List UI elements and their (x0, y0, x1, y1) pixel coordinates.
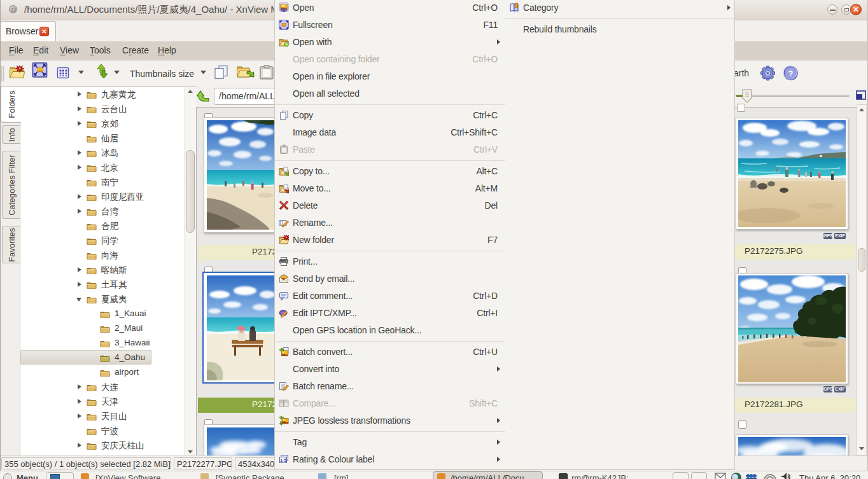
svg-text:?: ? (285, 43, 288, 47)
svg-text:1·5: 1·5 (280, 458, 286, 462)
svg-text:?: ? (788, 69, 794, 78)
